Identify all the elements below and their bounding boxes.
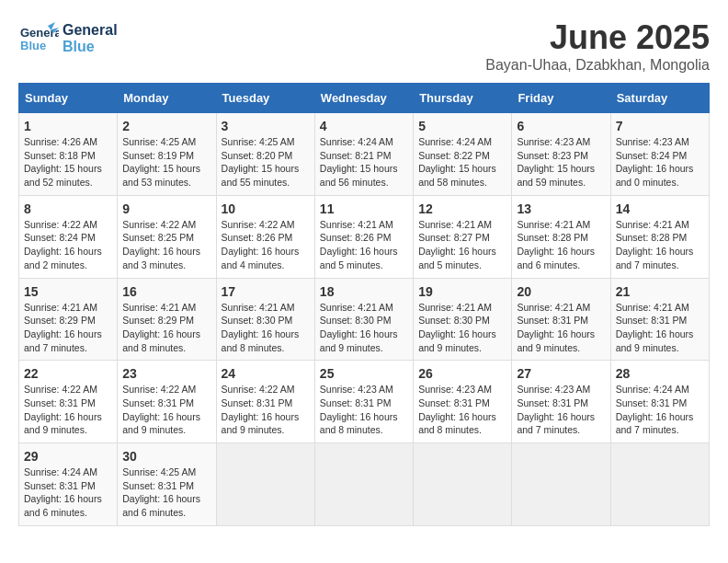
day-number: 14 [616, 201, 704, 216]
calendar-cell: 21Sunrise: 4:21 AM Sunset: 8:31 PM Dayli… [610, 278, 709, 361]
day-info: Sunrise: 4:23 AM Sunset: 8:31 PM Dayligh… [418, 383, 506, 437]
day-info: Sunrise: 4:25 AM Sunset: 8:19 PM Dayligh… [122, 135, 210, 190]
calendar-cell: 15Sunrise: 4:21 AM Sunset: 8:29 PM Dayli… [19, 278, 118, 361]
svg-text:Blue: Blue [20, 39, 46, 52]
day-number: 12 [418, 201, 506, 216]
logo-blue: Blue [63, 39, 118, 55]
weekday-header-row: SundayMondayTuesdayWednesdayThursdayFrid… [19, 84, 710, 113]
day-number: 1 [24, 119, 112, 133]
day-number: 17 [222, 284, 310, 299]
calendar-cell: 16Sunrise: 4:21 AM Sunset: 8:29 PM Dayli… [118, 278, 216, 361]
day-number: 25 [320, 366, 408, 381]
day-info: Sunrise: 4:26 AM Sunset: 8:18 PM Dayligh… [24, 135, 112, 190]
day-number: 22 [24, 366, 112, 381]
day-number: 29 [24, 449, 112, 464]
logo-icon: General Blue [18, 18, 59, 59]
day-number: 27 [517, 366, 605, 381]
calendar-cell [216, 443, 314, 526]
logo-general: General [63, 22, 118, 39]
day-number: 8 [24, 201, 112, 216]
day-info: Sunrise: 4:23 AM Sunset: 8:31 PM Dayligh… [320, 383, 408, 437]
day-number: 11 [320, 201, 408, 216]
day-number: 5 [418, 119, 506, 133]
calendar-cell: 3Sunrise: 4:25 AM Sunset: 8:20 PM Daylig… [216, 113, 314, 196]
calendar-cell [314, 443, 413, 526]
day-number: 13 [517, 201, 605, 216]
calendar-cell: 13Sunrise: 4:21 AM Sunset: 8:28 PM Dayli… [512, 195, 610, 278]
day-info: Sunrise: 4:21 AM Sunset: 8:30 PM Dayligh… [418, 301, 506, 355]
day-info: Sunrise: 4:21 AM Sunset: 8:30 PM Dayligh… [320, 301, 408, 355]
calendar-cell: 23Sunrise: 4:22 AM Sunset: 8:31 PM Dayli… [118, 361, 216, 443]
day-number: 30 [122, 449, 210, 464]
calendar-cell: 26Sunrise: 4:23 AM Sunset: 8:31 PM Dayli… [414, 361, 512, 443]
calendar-cell: 27Sunrise: 4:23 AM Sunset: 8:31 PM Dayli… [512, 361, 610, 443]
day-number: 19 [418, 284, 506, 299]
calendar-cell [610, 443, 709, 526]
day-number: 20 [517, 284, 605, 299]
calendar-cell: 19Sunrise: 4:21 AM Sunset: 8:30 PM Dayli… [414, 278, 512, 361]
calendar-cell: 1Sunrise: 4:26 AM Sunset: 8:18 PM Daylig… [19, 113, 118, 196]
day-info: Sunrise: 4:21 AM Sunset: 8:28 PM Dayligh… [517, 218, 605, 272]
calendar-cell: 9Sunrise: 4:22 AM Sunset: 8:25 PM Daylig… [118, 195, 216, 278]
title-area: June 2025 Bayan-Uhaa, Dzabkhan, Mongolia [485, 18, 710, 74]
day-info: Sunrise: 4:22 AM Sunset: 8:25 PM Dayligh… [122, 218, 210, 272]
calendar-cell: 17Sunrise: 4:21 AM Sunset: 8:30 PM Dayli… [216, 278, 314, 361]
day-info: Sunrise: 4:23 AM Sunset: 8:23 PM Dayligh… [517, 135, 605, 190]
day-info: Sunrise: 4:23 AM Sunset: 8:31 PM Dayligh… [517, 383, 605, 437]
day-number: 18 [320, 284, 408, 299]
calendar-cell: 11Sunrise: 4:21 AM Sunset: 8:26 PM Dayli… [314, 195, 413, 278]
weekday-tuesday: Tuesday [216, 84, 314, 113]
day-number: 9 [122, 201, 210, 216]
day-number: 21 [616, 284, 704, 299]
calendar-cell: 8Sunrise: 4:22 AM Sunset: 8:24 PM Daylig… [19, 195, 118, 278]
subtitle: Bayan-Uhaa, Dzabkhan, Mongolia [485, 57, 710, 74]
day-info: Sunrise: 4:21 AM Sunset: 8:31 PM Dayligh… [517, 301, 605, 355]
calendar-cell [512, 443, 610, 526]
day-number: 23 [122, 366, 210, 381]
day-info: Sunrise: 4:21 AM Sunset: 8:27 PM Dayligh… [418, 218, 506, 272]
week-row-5: 29Sunrise: 4:24 AM Sunset: 8:31 PM Dayli… [19, 443, 710, 526]
day-number: 15 [24, 284, 112, 299]
calendar-cell: 4Sunrise: 4:24 AM Sunset: 8:21 PM Daylig… [314, 113, 413, 196]
day-number: 26 [418, 366, 506, 381]
day-info: Sunrise: 4:21 AM Sunset: 8:28 PM Dayligh… [616, 218, 704, 272]
day-number: 2 [122, 119, 210, 133]
weekday-friday: Friday [512, 84, 610, 113]
calendar-cell: 5Sunrise: 4:24 AM Sunset: 8:22 PM Daylig… [414, 113, 512, 196]
day-number: 3 [222, 119, 310, 133]
weekday-thursday: Thursday [414, 84, 512, 113]
calendar-cell: 6Sunrise: 4:23 AM Sunset: 8:23 PM Daylig… [512, 113, 610, 196]
day-info: Sunrise: 4:22 AM Sunset: 8:24 PM Dayligh… [24, 218, 112, 272]
calendar-cell: 25Sunrise: 4:23 AM Sunset: 8:31 PM Dayli… [314, 361, 413, 443]
calendar-cell: 10Sunrise: 4:22 AM Sunset: 8:26 PM Dayli… [216, 195, 314, 278]
weekday-sunday: Sunday [19, 84, 118, 113]
day-info: Sunrise: 4:23 AM Sunset: 8:24 PM Dayligh… [616, 135, 704, 190]
main-title: June 2025 [485, 18, 710, 57]
week-row-2: 8Sunrise: 4:22 AM Sunset: 8:24 PM Daylig… [19, 195, 710, 278]
day-info: Sunrise: 4:21 AM Sunset: 8:29 PM Dayligh… [24, 301, 112, 355]
day-info: Sunrise: 4:24 AM Sunset: 8:22 PM Dayligh… [418, 135, 506, 190]
day-info: Sunrise: 4:22 AM Sunset: 8:31 PM Dayligh… [24, 383, 112, 437]
day-info: Sunrise: 4:24 AM Sunset: 8:31 PM Dayligh… [616, 383, 704, 437]
calendar-table: SundayMondayTuesdayWednesdayThursdayFrid… [18, 83, 710, 526]
weekday-monday: Monday [118, 84, 216, 113]
calendar-cell: 2Sunrise: 4:25 AM Sunset: 8:19 PM Daylig… [118, 113, 216, 196]
day-info: Sunrise: 4:24 AM Sunset: 8:31 PM Dayligh… [24, 465, 112, 520]
day-info: Sunrise: 4:22 AM Sunset: 8:31 PM Dayligh… [122, 383, 210, 437]
week-row-4: 22Sunrise: 4:22 AM Sunset: 8:31 PM Dayli… [19, 361, 710, 443]
day-info: Sunrise: 4:25 AM Sunset: 8:31 PM Dayligh… [122, 465, 210, 520]
calendar-cell [414, 443, 512, 526]
calendar-cell: 22Sunrise: 4:22 AM Sunset: 8:31 PM Dayli… [19, 361, 118, 443]
day-number: 4 [320, 119, 408, 133]
calendar-cell: 12Sunrise: 4:21 AM Sunset: 8:27 PM Dayli… [414, 195, 512, 278]
weekday-wednesday: Wednesday [314, 84, 413, 113]
calendar-cell: 30Sunrise: 4:25 AM Sunset: 8:31 PM Dayli… [118, 443, 216, 526]
calendar-cell: 7Sunrise: 4:23 AM Sunset: 8:24 PM Daylig… [610, 113, 709, 196]
calendar-cell: 20Sunrise: 4:21 AM Sunset: 8:31 PM Dayli… [512, 278, 610, 361]
day-number: 10 [222, 201, 310, 216]
header: General Blue General Blue June 2025 Baya… [18, 18, 710, 74]
day-info: Sunrise: 4:21 AM Sunset: 8:26 PM Dayligh… [320, 218, 408, 272]
day-info: Sunrise: 4:21 AM Sunset: 8:30 PM Dayligh… [222, 301, 310, 355]
day-number: 24 [222, 366, 310, 381]
calendar-cell: 24Sunrise: 4:22 AM Sunset: 8:31 PM Dayli… [216, 361, 314, 443]
